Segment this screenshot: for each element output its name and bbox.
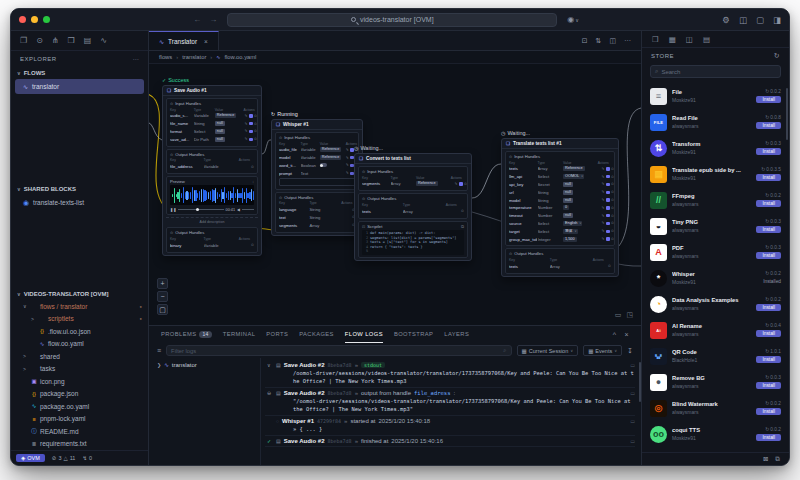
edit-icon[interactable]: ✎	[245, 122, 248, 126]
panel-tab[interactable]: FLOW LOGS	[345, 326, 383, 343]
log-collapse-icon[interactable]: ∨	[267, 362, 273, 368]
flow-node[interactable]: ↻ Running ❏ Whisper #1 ⊙	[271, 110, 363, 236]
handle-port-icon[interactable]: ⊙	[611, 221, 614, 225]
cube-icon[interactable]: ❒	[652, 35, 659, 44]
store-item[interactable]: Ai AI Rename alwaysmars ↻0.0.4 Install	[650, 317, 781, 343]
install-button[interactable]: Install	[756, 200, 781, 207]
open-external-icon[interactable]: ⧉	[775, 455, 780, 463]
flow-node[interactable]: ◷ Waiting... ❏ Convert to texts list	[354, 144, 472, 261]
tree-item[interactable]: ∿ package.oo.yaml	[11, 400, 148, 413]
edit-icon[interactable]: ✎	[602, 206, 605, 210]
handle-port-icon[interactable]: ⊙	[254, 129, 257, 133]
expose-toggle[interactable]	[606, 230, 610, 234]
handle-value[interactable]: null	[563, 190, 573, 195]
node-header[interactable]: ❏ Translate texts list #1	[502, 139, 618, 149]
more-actions-icon[interactable]: ⋯	[133, 55, 140, 62]
files-icon[interactable]: ❐	[20, 36, 27, 45]
store-item[interactable]: oo coqui TTS Moskize91 ↻0.0.2 Install	[650, 421, 781, 447]
events-filter-dropdown[interactable]: ▦ Events ∨	[583, 345, 622, 356]
edit-icon[interactable]: ✎	[602, 167, 605, 171]
install-button[interactable]: Install	[756, 122, 781, 129]
breadcrumb-translator[interactable]: translator	[182, 54, 206, 60]
handle-value[interactable]: Reference	[563, 166, 585, 171]
prompt-input[interactable]	[279, 178, 355, 186]
layout-grid-icon[interactable]: ◫	[739, 15, 747, 25]
handle-value[interactable]: Reference	[416, 181, 438, 186]
handle-port-icon[interactable]: ⊙	[464, 182, 467, 186]
install-button[interactable]: Install	[756, 382, 781, 389]
store-item[interactable]: ≡ File Moskize91 ↻0.0.2 Install	[650, 83, 781, 109]
expose-toggle[interactable]	[606, 167, 610, 171]
handle-value[interactable]: OOMOL	[563, 174, 584, 179]
store-item[interactable]: // FFmpeg alwaysmars ↻0.0.2 Install	[650, 187, 781, 213]
handle-value[interactable]: Reference	[320, 147, 342, 152]
flow-node[interactable]: ◷ Waiting... ❏ Translate texts list #1	[501, 129, 619, 277]
comment-icon[interactable]: ▭	[630, 418, 635, 424]
fullscreen-icon[interactable]: ◳	[626, 311, 633, 319]
handle-value[interactable]: Reference	[215, 113, 237, 118]
panel-tab[interactable]: PROBLEMS 14	[161, 326, 212, 343]
install-button[interactable]: Install	[756, 252, 781, 259]
tree-item[interactable]: ▣ icon.png	[11, 375, 148, 388]
edit-icon[interactable]: ✎	[602, 214, 605, 218]
log-collapse-icon[interactable]: ⊖	[267, 390, 273, 396]
handle-port-icon[interactable]: ⊙	[254, 114, 257, 118]
sidebar-item-translator[interactable]: ∿ translator	[15, 79, 144, 94]
download-icon[interactable]: ↓	[252, 179, 254, 184]
fit-view-button[interactable]: ▢	[157, 304, 168, 315]
log-entry[interactable]: ⊖ ▤ Save Audio #2 8beba7d8 » output from…	[265, 388, 635, 416]
zoom-out-button[interactable]: −	[157, 291, 168, 302]
handle-port-icon[interactable]: ⊙	[611, 175, 614, 179]
edit-icon[interactable]: ✎	[602, 190, 605, 194]
handle-value[interactable]: null	[563, 182, 573, 187]
tab-translator[interactable]: ∿ Translator ×	[149, 31, 219, 50]
layout-icon[interactable]: ⊡	[582, 37, 588, 45]
back-icon[interactable]: ←	[193, 15, 201, 24]
shared-blocks-header[interactable]: ∨ SHARED BLOCKS	[11, 182, 148, 195]
close-button[interactable]	[19, 16, 26, 23]
expose-toggle[interactable]	[249, 130, 253, 134]
store-scrollbar[interactable]	[786, 88, 788, 140]
maximize-button[interactable]	[43, 16, 50, 23]
store-item[interactable]: A PDF alwaysmars ↻0.0.3 Install	[650, 239, 781, 265]
log-tree-item[interactable]: translator	[172, 362, 197, 368]
handle-port-icon[interactable]: ⊙	[254, 137, 257, 141]
install-button[interactable]: Install	[756, 96, 781, 103]
edit-icon[interactable]: ✎	[346, 156, 349, 160]
comment-icon[interactable]: ▭	[630, 390, 635, 396]
tree-item[interactable]: {} .flow.ui.oo.json	[11, 325, 148, 338]
log-entry[interactable]: ✓ ▤ Save Audio #2 8beba7d8 » finished at	[265, 436, 635, 447]
handle-port-icon[interactable]: ⊙	[254, 122, 257, 126]
book-icon[interactable]: ▤	[703, 35, 710, 44]
sidebar-item-translate-texts-list[interactable]: ◉ translate-texts-list	[11, 195, 148, 210]
edit-icon[interactable]: ✎	[245, 114, 248, 118]
panel-tab[interactable]: TERMINAL	[223, 326, 256, 343]
node-header[interactable]: ❏ Save Audio #1	[163, 86, 261, 96]
expose-toggle[interactable]	[606, 214, 610, 218]
branch-icon[interactable]: ⋔	[52, 36, 59, 45]
handle-port-icon[interactable]: ⊙	[611, 182, 614, 186]
store-item[interactable]: ⇅ Transform Moskize91 ↻0.0.3 Install	[650, 135, 781, 161]
search-icon[interactable]: ⊙	[36, 36, 43, 45]
tree-item[interactable]: ≣ requirements.txt	[11, 438, 148, 451]
handle-value[interactable]: null	[215, 121, 225, 126]
seek-slider[interactable]	[178, 209, 223, 210]
tree-item[interactable]: > shared	[11, 350, 148, 363]
install-button[interactable]: Install	[756, 408, 781, 415]
expose-toggle[interactable]	[606, 237, 610, 241]
panel-tab[interactable]: PORTS	[266, 326, 288, 343]
handle-port-icon[interactable]: ⊙	[251, 243, 254, 247]
expose-toggle[interactable]	[606, 191, 610, 195]
edit-icon[interactable]: ✎	[245, 129, 248, 133]
store-list[interactable]: ≡ File Moskize91 ↻0.0.2 Install	[642, 82, 789, 452]
expand-icon[interactable]: ⧉	[461, 224, 464, 229]
node-header[interactable]: ❏ Convert to texts list	[355, 154, 471, 164]
store-item[interactable]: ▚▞ QR Code BlackHole1 ↻1.0.1 Install	[650, 343, 781, 369]
zoom-in-button[interactable]: +	[157, 278, 168, 289]
log-entry[interactable]: ∨ ▤ Save Audio #2 8beba7d8 » stdout	[265, 360, 635, 388]
handle-port-icon[interactable]: ⊙	[611, 206, 614, 210]
folder-icon[interactable]: ▤	[84, 36, 92, 45]
tree-item[interactable]: > scriptlets ●	[11, 313, 148, 326]
store-search-input[interactable]: ⌕ Search	[650, 65, 781, 78]
sort-icon[interactable]: ⇅	[596, 37, 602, 45]
